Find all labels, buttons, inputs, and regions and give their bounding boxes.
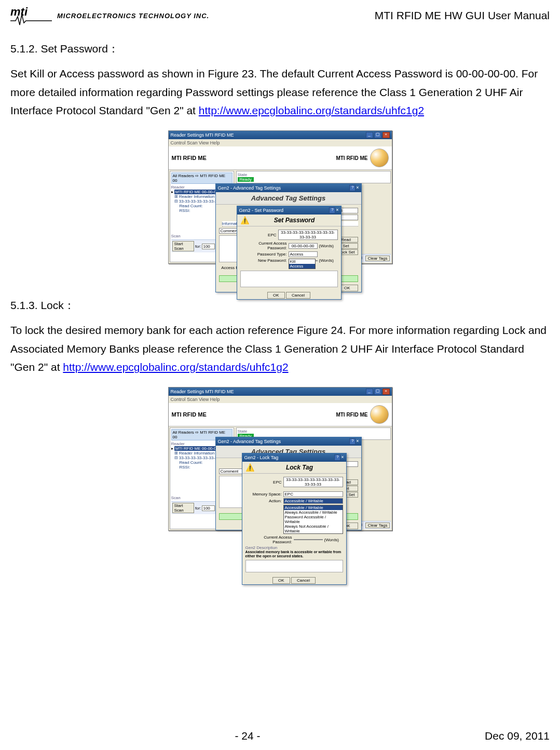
section-number: 5.1.3. [10, 299, 38, 311]
section-heading-513: 5.1.3. Lock： [10, 298, 550, 313]
words-suffix: (Words) [319, 258, 334, 263]
close-icon[interactable]: × [383, 389, 390, 395]
state-label: State [238, 429, 389, 434]
menu-bar[interactable]: Control Scan View Help [169, 396, 392, 403]
words-suffix: (Words) [324, 538, 339, 542]
close-icon[interactable]: × [356, 438, 359, 445]
lock-tag-dialog: Gen2 - Lock Tag ?× ⚠️ Lock Tag EPC33-33-… [242, 453, 347, 584]
logo-disc-icon [370, 405, 389, 424]
cur-access-label: Current Access Password: [245, 535, 292, 544]
svg-text:mti: mti [10, 5, 28, 18]
help-icon[interactable]: ? [349, 185, 356, 191]
tree-reader-info[interactable]: Reader Information [179, 194, 214, 199]
gen2-desc-label: Gen2 Description [245, 545, 343, 550]
help-icon[interactable]: ? [329, 207, 335, 213]
footer-date: Dec 09, 2011 [485, 730, 550, 742]
maximize-icon[interactable]: ▢ [374, 389, 381, 395]
inner-ok-button[interactable]: OK [267, 292, 285, 299]
page-number: - 24 - [10, 730, 485, 742]
action-label: Action: [245, 499, 282, 503]
all-readers-label: All Readers [173, 173, 194, 178]
app-brand-text: MTI RFID ME [172, 155, 207, 161]
new-pw-label: New Password: [240, 258, 287, 263]
state-label: State [238, 172, 389, 177]
app-brand-text-right: MTI RFID ME [336, 155, 367, 161]
action-select[interactable]: Accessible / Writable [283, 498, 343, 504]
tree-tag-item[interactable]: 33-33-33-33-33-33-33 [179, 199, 220, 204]
lock-epc-field: 33-33-33-33-33-33-33-33-33-33-33-33 [283, 477, 343, 487]
epc-label: EPC [240, 233, 277, 237]
set-password-title: Gen2 - Set Password [239, 208, 284, 213]
adv-dialog-title: Gen2 - Advanced Tag Settings [218, 439, 281, 444]
minimize-icon[interactable]: _ [366, 389, 373, 395]
tree-selected-reader[interactable]: MTI RFID ME 00-00-0 [174, 446, 217, 451]
blank-area [240, 271, 338, 287]
words-suffix: (Words) [319, 244, 334, 248]
app-brand-text-right: MTI RFID ME [336, 412, 367, 418]
dropdown-option-kill[interactable]: Kill [289, 259, 315, 264]
minimize-icon[interactable]: _ [366, 132, 373, 138]
mti-logo-icon: mti [10, 5, 52, 26]
tree-tag-item[interactable]: 33-33-33-33-33-33-33 [179, 456, 220, 460]
memory-space-select[interactable]: EPC [283, 491, 343, 497]
scan-seconds-input[interactable]: 100 [202, 244, 214, 249]
main-window-titlebar: Reader Settings MTI RFID ME _ ▢ × [169, 387, 392, 396]
clear-tags-button[interactable]: Clear Tags [365, 256, 389, 261]
page-header: mti MICROELECTRONICS TECHNOLOGY INC. MTI… [10, 5, 550, 26]
for-label: for: [195, 244, 201, 249]
start-scan-button[interactable]: Start Scan [172, 241, 194, 251]
tree-reader-info[interactable]: Reader Information [179, 451, 214, 456]
cur-access-field[interactable] [294, 539, 323, 540]
section-title: Lock： [40, 299, 74, 311]
dropdown-option-access[interactable]: Access [289, 264, 315, 269]
page-footer: - 24 - Dec 09, 2011 [10, 730, 550, 742]
close-icon[interactable]: × [356, 185, 359, 191]
help-icon[interactable]: ? [334, 454, 340, 461]
main-window-titlebar: Reader Settings MTI RFID ME _ ▢ × [169, 131, 392, 139]
maximize-icon[interactable]: ▢ [374, 132, 381, 138]
lock-tag-title: Gen2 - Lock Tag [244, 455, 279, 460]
clear-tags-button[interactable]: Clear Tags [365, 523, 389, 528]
for-label: for: [195, 506, 201, 511]
help-icon[interactable]: ? [349, 438, 356, 445]
tree-selected-reader[interactable]: MTI RFID ME 00-00-0 [174, 190, 217, 194]
company-logo-block: mti MICROELECTRONICS TECHNOLOGY INC. [10, 5, 209, 26]
document-title: MTI RFID ME HW GUI User Manual [375, 9, 550, 22]
menu-bar[interactable]: Control Scan View Help [169, 139, 392, 146]
close-icon[interactable]: × [336, 207, 338, 213]
start-scan-button[interactable]: Start Scan [172, 503, 194, 513]
adv-dialog-title: Gen2 - Advanced Tag Settings [218, 185, 281, 191]
cur-access-field[interactable]: 00-00-00-00 [289, 243, 318, 249]
gen2-desc-text: Associated memory bank is accessible or … [245, 550, 343, 558]
figure-24-container: Reader Settings MTI RFID ME _ ▢ × Contro… [10, 387, 550, 531]
lock-cancel-button[interactable]: Cancel [291, 577, 316, 584]
inner-cancel-button[interactable]: Cancel [286, 292, 310, 299]
lock-ok-button[interactable]: OK [272, 577, 290, 584]
app-brand-text: MTI RFID ME [172, 411, 207, 418]
action-option-3[interactable]: Password Accessible / Writable [284, 515, 343, 524]
set-password-dialog: Gen2 - Set Password ?× ⚠️ Set Password E… [237, 206, 342, 300]
blank-area [245, 560, 343, 572]
warning-icon: ⚠️ [240, 216, 249, 224]
section-513-paragraph: To lock the desired memory bank for each… [10, 321, 550, 377]
scan-seconds-input[interactable]: 100 [202, 505, 214, 511]
section-heading-512: 5.1.2. Set Password： [10, 42, 550, 56]
pw-type-label: Password Type: [240, 252, 287, 257]
advanced-tag-settings-dialog: Gen2 - Advanced Tag Settings ?× Advanced… [215, 183, 362, 292]
epc-standard-link[interactable]: http://www.epcglobalinc.org/standards/uh… [63, 361, 288, 373]
memory-space-label: Memory Space: [245, 492, 282, 497]
main-window-title: Reader Settings MTI RFID ME [171, 389, 234, 394]
figure-24-screenshot: Reader Settings MTI RFID ME _ ▢ × Contro… [168, 387, 392, 531]
action-option-2[interactable]: Always Accessible / Writable [284, 510, 343, 515]
close-icon[interactable]: × [341, 454, 344, 461]
figure-23-screenshot: Reader Settings MTI RFID ME _ ▢ × Contro… [168, 130, 392, 264]
epc-standard-link[interactable]: http://www.epcglobalinc.org/standards/uh… [199, 104, 424, 116]
close-icon[interactable]: × [383, 132, 390, 138]
adv-dialog-heading: Advanced Tag Settings [216, 192, 361, 205]
action-option-4[interactable]: Always Not Accessible / Writable [284, 524, 343, 533]
pw-type-select[interactable]: Access [289, 251, 318, 257]
warning-icon: ⚠️ [245, 463, 254, 472]
epc-label: EPC [245, 480, 282, 485]
action-option-1[interactable]: Accessible / Writable [284, 505, 343, 510]
inner-epc-field: 33-33-33-33-33-33-33-33-33-33-33-33 [278, 230, 338, 240]
